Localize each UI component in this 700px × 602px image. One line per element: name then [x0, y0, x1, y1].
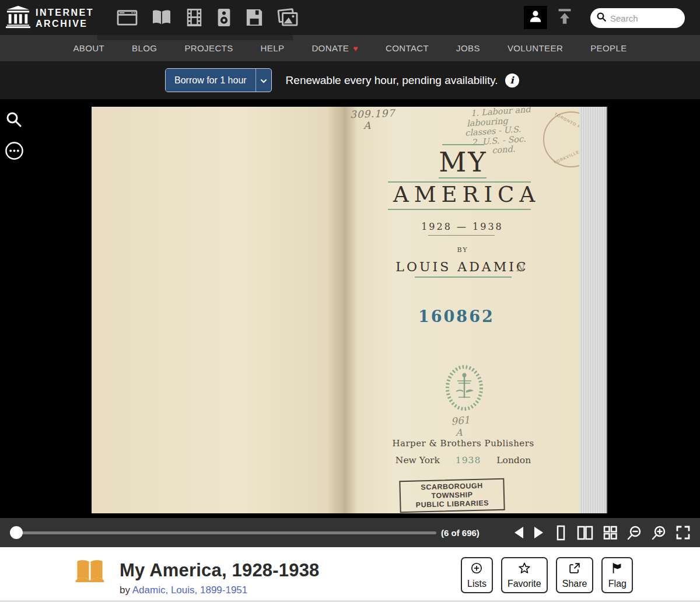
heart-icon: ♥ [353, 44, 358, 53]
page-slider-track[interactable] [18, 531, 436, 534]
star-icon [518, 562, 531, 577]
book-page-edges[interactable] [579, 107, 607, 513]
nav-jobs[interactable]: JOBS [456, 43, 480, 53]
media-nav-tray [97, 35, 293, 40]
thumbnail-view-icon[interactable] [603, 525, 618, 540]
search-input[interactable] [610, 13, 674, 23]
nav-donate[interactable]: DONATE♥ [312, 43, 358, 53]
add-to-list-icon [470, 562, 483, 577]
author-link[interactable]: Adamic, Louis, 1899-1951 [132, 584, 248, 596]
texts-icon[interactable] [151, 9, 172, 26]
two-page-view-icon[interactable] [576, 525, 594, 541]
share-button[interactable]: Share [556, 557, 594, 593]
author-underline [415, 276, 512, 278]
upload-icon [556, 8, 573, 27]
publisher-line: Harper & Brothers Publishers [382, 438, 545, 449]
person-icon [528, 9, 543, 26]
upload-button[interactable] [555, 8, 574, 27]
nav-contact[interactable]: CONTACT [386, 43, 429, 53]
book-date-range: 1928 — 1938 [417, 221, 508, 232]
publisher-wreath-emblem [442, 364, 487, 414]
book-title-word2: AMERICA [388, 182, 531, 207]
search-icon [596, 12, 607, 24]
item-actions: Lists Favorite Share [461, 557, 633, 593]
pub-year: 1938 [456, 455, 481, 466]
title-rule [388, 209, 531, 210]
flag-button[interactable]: Flag [601, 557, 633, 593]
logo-text: INTERNET ARCHIVE [36, 7, 94, 29]
book-reader: 309.197 A 1. Labour and labouring classe… [0, 99, 700, 518]
book-page-spread[interactable]: 309.197 A 1. Labour and labouring classe… [92, 107, 579, 513]
item-byline: by Adamic, Louis, 1899-1951 [120, 584, 247, 596]
by-label: by [120, 584, 130, 596]
fullscreen-icon[interactable] [676, 525, 691, 540]
nav-people[interactable]: PEOPLE [590, 43, 626, 53]
prev-page-icon[interactable] [513, 526, 524, 540]
internet-archive-logo[interactable]: INTERNET ARCHIVE [6, 5, 94, 31]
item-title: My America, 1928-1938 [120, 560, 320, 581]
nav-help[interactable]: HELP [261, 43, 285, 53]
flag-icon [611, 562, 624, 577]
info-icon[interactable]: i [505, 74, 519, 88]
by-label: BY [438, 246, 487, 254]
pencil-number-suffix: A [456, 427, 463, 438]
pencil-call-number: 309.197 [350, 107, 396, 121]
software-icon[interactable] [245, 8, 264, 27]
title-rule [439, 177, 487, 178]
media-type-nav [117, 8, 298, 27]
page-indicator: (6 of 696) [441, 518, 480, 547]
next-page-icon[interactable] [533, 526, 545, 540]
pencil-annotation: N [516, 262, 524, 274]
video-icon[interactable] [186, 8, 203, 27]
search-inside-icon[interactable] [5, 111, 23, 131]
more-options-icon[interactable] [5, 141, 24, 163]
nav-blog[interactable]: BLOG [132, 43, 157, 53]
archive-building-icon [6, 5, 30, 31]
top-header: INTERNET ARCHIVE [0, 0, 700, 35]
user-account-button[interactable] [524, 6, 547, 29]
book-title-word1: MY [439, 146, 488, 178]
nav-volunteer[interactable]: VOLUNTEER [508, 43, 563, 53]
site-nav: ABOUT BLOG PROJECTS HELP DONATE♥ CONTACT… [0, 35, 700, 61]
book-author: LOUIS ADAMIC [392, 260, 532, 274]
global-search [590, 8, 685, 28]
borrow-bar: Borrow for 1 hour Renewable every hour, … [0, 61, 700, 99]
book-spine-shadow [327, 107, 358, 513]
favorite-button[interactable]: Favorite [501, 557, 548, 593]
date-underline [428, 235, 495, 236]
zoom-in-icon[interactable] [651, 525, 667, 541]
page-slider-handle[interactable] [10, 526, 23, 539]
accession-number-stamp: 160862 [418, 307, 495, 326]
publication-cities: New York 1938 London [382, 455, 545, 466]
images-icon[interactable] [277, 8, 298, 27]
pub-city-right: London [496, 455, 531, 466]
zoom-out-icon[interactable] [626, 525, 642, 541]
nav-about[interactable]: ABOUT [73, 43, 104, 53]
share-icon [568, 562, 581, 577]
chevron-down-icon [260, 75, 267, 86]
audio-icon[interactable] [216, 8, 232, 27]
borrow-note: Renewable every hour, pending availabili… [286, 74, 498, 87]
pencil-call-suffix: A [363, 120, 370, 131]
lists-button[interactable]: Lists [461, 557, 493, 593]
item-info-footer: My America, 1928-1938 by Adamic, Louis, … [0, 547, 700, 602]
nav-projects[interactable]: PROJECTS [184, 43, 233, 53]
library-box-stamp: SCARBOROUGH TOWNSHIP PUBLIC LIBRARIES [399, 478, 505, 513]
title-rule [442, 144, 484, 145]
one-page-view-icon[interactable] [554, 525, 568, 541]
web-icon[interactable] [117, 9, 138, 26]
borrow-options-dropdown[interactable] [256, 69, 271, 92]
pub-city-left: New York [396, 455, 440, 466]
reader-toolbar: (6 of 696) [0, 518, 700, 547]
borrow-button[interactable]: Borrow for 1 hour [166, 69, 256, 92]
borrow-button-group: Borrow for 1 hour [165, 68, 272, 92]
pencil-number: 961 [450, 414, 470, 427]
open-book-icon [74, 557, 106, 587]
